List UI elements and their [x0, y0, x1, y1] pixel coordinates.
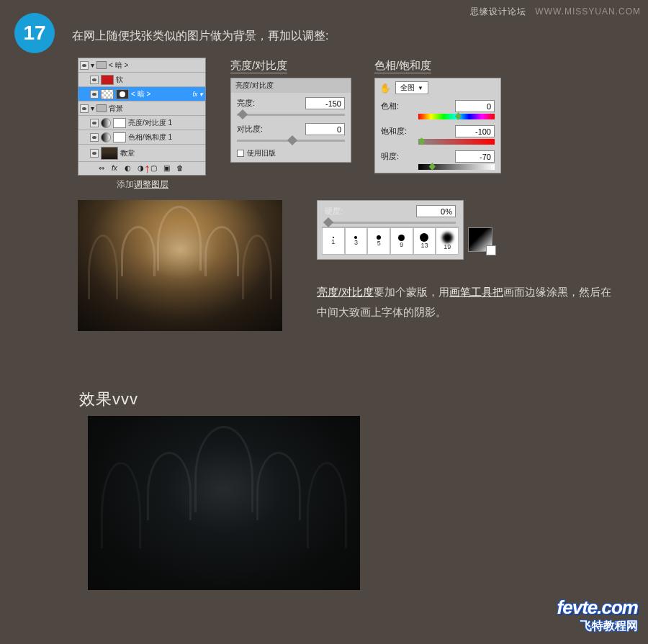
mask-thumb	[113, 132, 126, 142]
visibility-toggle-icon[interactable]	[90, 76, 99, 84]
brightness-contrast-block: 亮度/对比度 亮度/对比度 亮度: 对比度: 使用旧版	[230, 59, 351, 163]
adjustment-icon	[101, 118, 111, 128]
brightness-panel-header: 亮度/对比度	[231, 78, 351, 93]
inline-underline: 画笔工具把	[449, 286, 503, 298]
instruction-paragraph: 亮度/对比度要加个蒙版，用画笔工具把画面边缘涂黑，然后在中间大致画上字体的阴影。	[317, 282, 619, 322]
preset-size: 1	[331, 238, 335, 245]
folder-icon	[96, 61, 107, 69]
slider-thumb-icon[interactable]	[418, 137, 425, 145]
mask-thumb	[116, 89, 129, 99]
hardness-slider[interactable]	[325, 222, 456, 224]
layers-panel-footer: ⇔ fx ◐ ◑ ▢ ▣ 🗑	[78, 162, 205, 175]
layer-group-bg[interactable]: ▾ 背景	[78, 101, 205, 116]
brightness-input[interactable]	[305, 97, 345, 109]
layer-label: < 暗 >	[109, 60, 205, 71]
slider-thumb-icon[interactable]	[429, 163, 436, 171]
visibility-toggle-icon[interactable]	[80, 104, 89, 113]
layer-label: 亮度/对比度 1	[128, 118, 205, 128]
layer-cathedral[interactable]: 教堂	[78, 145, 205, 162]
hue-row: 色相:	[375, 97, 500, 114]
contrast-input[interactable]	[305, 123, 345, 135]
layer-thumb	[101, 89, 114, 99]
collapse-icon[interactable]: ▾	[91, 104, 94, 112]
legacy-label: 使用旧版	[247, 148, 276, 158]
arrow-up-icon: ↑	[144, 161, 150, 176]
collapse-icon[interactable]: ▾	[91, 61, 94, 69]
lightness-input[interactable]	[455, 150, 495, 163]
color-swatch-secondary[interactable]	[486, 245, 496, 255]
visibility-toggle-icon[interactable]	[90, 119, 99, 127]
layer-label: < 暗 >	[131, 89, 190, 99]
hue-slider[interactable]	[418, 114, 495, 119]
brightness-label: 亮度:	[237, 98, 273, 109]
new-layer-icon[interactable]: ▣	[163, 164, 172, 173]
brush-panel: 硬度: 1 3 5 9 13 19	[317, 200, 464, 260]
new-group-icon[interactable]: ▢	[150, 164, 159, 173]
preset-size: 5	[377, 240, 381, 247]
saturation-slider[interactable]	[418, 139, 495, 145]
layer-group-dark[interactable]: ▾ < 暗 >	[78, 58, 205, 73]
layer-adj-brightness[interactable]: 亮度/对比度 1	[78, 116, 205, 130]
brightness-slider[interactable]	[237, 114, 345, 116]
layer-adj-hue[interactable]: 色相/饱和度 1	[78, 130, 205, 145]
visibility-toggle-icon[interactable]	[90, 149, 99, 158]
step-instruction: 在网上随便找张类似的图片做为背景，再加以调整:	[72, 29, 328, 44]
layer-label: 教堂	[120, 148, 205, 158]
saturation-input[interactable]	[455, 125, 495, 137]
hue-saturation-block: 色相/饱和度 ✋ 全图 色相: 饱和度: 明度:	[374, 59, 501, 173]
contrast-label: 对比度:	[237, 124, 273, 135]
hand-tool-icon[interactable]: ✋	[379, 83, 391, 94]
brush-preset[interactable]: 5	[367, 227, 390, 255]
preset-size: 9	[400, 241, 403, 248]
fx-menu-icon[interactable]: fx	[112, 164, 120, 173]
watermark-url: fevte.com	[557, 597, 638, 619]
checkbox-icon[interactable]	[237, 150, 244, 157]
saturation-label: 饱和度:	[381, 126, 413, 137]
hardness-input[interactable]	[416, 205, 456, 217]
result-title: 效果vvv	[79, 389, 138, 410]
lightness-row: 明度:	[375, 148, 500, 164]
preset-size: 19	[444, 243, 451, 250]
folder-icon	[96, 104, 107, 112]
result-image	[88, 416, 360, 590]
hue-title: 色相/饱和度	[374, 59, 431, 73]
delete-icon[interactable]: 🗑	[176, 164, 185, 173]
brush-hardness-row: 硬度:	[318, 201, 463, 222]
visibility-toggle-icon[interactable]	[80, 61, 89, 70]
contrast-slider[interactable]	[237, 140, 345, 142]
link-icon[interactable]: ⇔	[99, 164, 107, 173]
inline-underline: 亮度/对比度	[317, 286, 374, 298]
brush-preset[interactable]: 13	[413, 227, 436, 255]
brush-preset[interactable]: 9	[390, 227, 413, 255]
brush-preset[interactable]: 3	[345, 227, 368, 255]
hue-input[interactable]	[455, 100, 495, 112]
slider-thumb-icon[interactable]	[455, 112, 462, 120]
hue-panel-top: ✋ 全图	[375, 78, 500, 97]
watermark-cn: 飞特教程网	[557, 619, 638, 634]
legacy-checkbox-row[interactable]: 使用旧版	[231, 145, 351, 162]
visibility-toggle-icon[interactable]	[90, 133, 99, 142]
visibility-toggle-icon[interactable]	[90, 90, 99, 99]
hue-label: 色相:	[381, 101, 413, 112]
step-number-badge: 17	[14, 13, 55, 53]
brightness-title: 亮度/对比度	[230, 59, 287, 73]
brightness-row: 亮度:	[231, 93, 351, 114]
layer-dark-selected[interactable]: < 暗 > fx ▾	[78, 87, 205, 101]
color-swatch[interactable]	[468, 227, 492, 252]
adjustment-icon	[101, 132, 111, 142]
layer-label: 色相/饱和度 1	[128, 132, 205, 142]
brush-preset[interactable]: 19	[436, 227, 459, 255]
layer-thumb	[101, 75, 114, 85]
layer-soft[interactable]: 软	[78, 73, 205, 87]
brush-preset[interactable]: 1	[322, 227, 345, 255]
layer-label: 背景	[109, 104, 205, 114]
hue-panel: ✋ 全图 色相: 饱和度: 明度:	[374, 78, 501, 173]
lightness-slider[interactable]	[418, 164, 495, 170]
hue-preset-select[interactable]: 全图	[395, 81, 428, 94]
layers-panel: ▾ < 暗 > 软 < 暗 > fx ▾ ▾ 背景 亮度/对比度 1 色相/饱和…	[78, 58, 206, 176]
mask-button-icon[interactable]: ◐	[125, 164, 133, 173]
preset-size: 3	[354, 239, 358, 246]
watermark-top: 思缘设计论坛 WWW.MISSYUAN.COM	[470, 6, 641, 18]
saturation-row: 饱和度:	[375, 122, 500, 139]
layer-thumb	[101, 147, 118, 160]
